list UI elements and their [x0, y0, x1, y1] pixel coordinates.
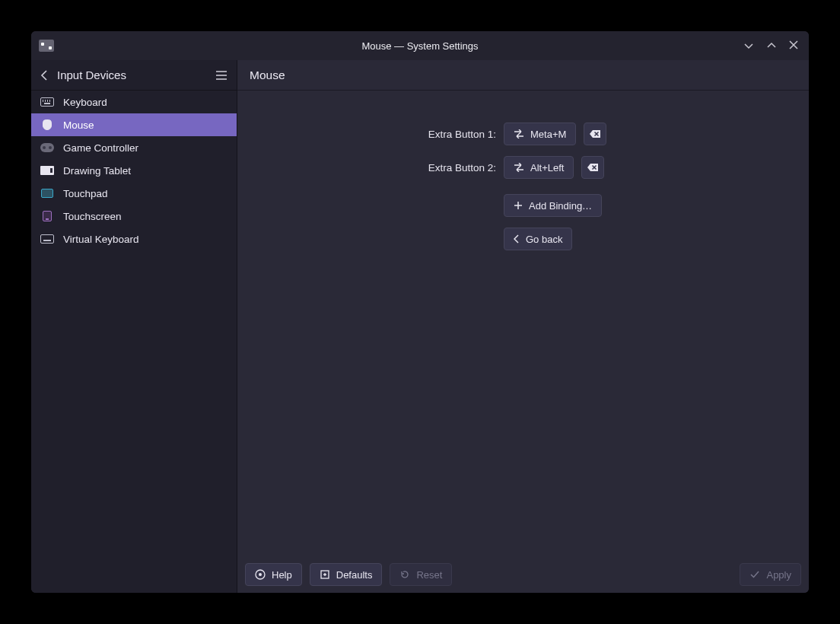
page-title: Mouse: [250, 68, 285, 82]
sidebar-item-label: Game Controller: [63, 142, 138, 154]
help-icon: [255, 569, 266, 580]
minimize-button[interactable]: [743, 40, 754, 51]
window-body: Input Devices Keyboard Mouse Game Contro…: [31, 60, 809, 593]
sidebar-item-label: Touchpad: [63, 188, 108, 199]
clear-icon: [587, 163, 599, 172]
defaults-icon: [320, 569, 330, 580]
sidebar-item-label: Drawing Tablet: [63, 165, 131, 177]
help-label: Help: [272, 569, 292, 581]
defaults-button[interactable]: Defaults: [310, 563, 383, 586]
hamburger-menu-button[interactable]: [215, 70, 228, 81]
sidebar-item-game-controller[interactable]: Game Controller: [31, 136, 237, 159]
game-controller-icon: [40, 142, 54, 153]
add-binding-row: Add Binding…: [504, 194, 809, 217]
app-icon: [39, 40, 54, 52]
svg-point-1: [259, 573, 262, 576]
reset-icon: [399, 569, 410, 580]
plus-icon: [514, 201, 523, 210]
sidebar-item-touchpad[interactable]: Touchpad: [31, 182, 237, 205]
sidebar-item-drawing-tablet[interactable]: Drawing Tablet: [31, 159, 237, 182]
sidebar-item-keyboard[interactable]: Keyboard: [31, 91, 237, 113]
sidebar-items: Keyboard Mouse Game Controller Drawing T…: [31, 91, 237, 250]
add-binding-button[interactable]: Add Binding…: [504, 194, 602, 217]
chevron-left-icon: [514, 234, 520, 244]
add-binding-label: Add Binding…: [529, 200, 592, 212]
sidebar-item-virtual-keyboard[interactable]: Virtual Keyboard: [31, 228, 237, 250]
help-button[interactable]: Help: [245, 563, 302, 586]
clear-icon: [589, 129, 601, 138]
binding-row-2: Extra Button 2: Alt+Left: [237, 156, 809, 179]
binding-2-shortcut-button[interactable]: Alt+Left: [504, 156, 574, 179]
mouse-icon: [40, 119, 54, 130]
sidebar-item-touchscreen[interactable]: Touchscreen: [31, 205, 237, 228]
window-controls: [743, 40, 809, 51]
keyboard-icon: [40, 97, 54, 107]
sidebar: Input Devices Keyboard Mouse Game Contro…: [31, 60, 237, 593]
virtual-keyboard-icon: [40, 234, 54, 244]
binding-1-label: Extra Button 1:: [237, 129, 496, 140]
window-title: Mouse — System Settings: [361, 40, 478, 52]
go-back-label: Go back: [526, 234, 562, 245]
reset-label: Reset: [416, 569, 442, 581]
sidebar-item-label: Keyboard: [63, 97, 107, 108]
maximize-button[interactable]: [766, 40, 777, 51]
sidebar-header: Input Devices: [31, 60, 237, 91]
binding-2-shortcut: Alt+Left: [530, 162, 564, 174]
binding-1-shortcut: Meta+M: [530, 129, 566, 140]
footer: Help Defaults Reset: [237, 556, 809, 593]
remap-icon: [514, 163, 524, 172]
reset-button[interactable]: Reset: [390, 563, 452, 586]
touchscreen-icon: [40, 211, 54, 221]
touchpad-icon: [40, 188, 54, 199]
binding-1-shortcut-button[interactable]: Meta+M: [504, 123, 576, 145]
defaults-label: Defaults: [336, 569, 373, 581]
binding-1-clear-button[interactable]: [584, 123, 606, 145]
main-panel: Mouse Extra Button 1: Meta+M: [237, 60, 809, 593]
sidebar-title: Input Devices: [57, 68, 126, 81]
apply-label: Apply: [766, 569, 791, 581]
sidebar-item-label: Mouse: [63, 119, 94, 131]
sidebar-item-mouse[interactable]: Mouse: [31, 113, 237, 136]
main-header: Mouse: [237, 60, 809, 91]
titlebar: Mouse — System Settings: [31, 31, 809, 60]
main-content: Extra Button 1: Meta+M Extra Butt: [237, 91, 809, 556]
binding-row-1: Extra Button 1: Meta+M: [237, 123, 809, 145]
binding-2-label: Extra Button 2:: [237, 162, 496, 174]
remap-icon: [514, 129, 524, 138]
go-back-row: Go back: [504, 228, 809, 250]
apply-button[interactable]: Apply: [740, 563, 801, 586]
app-window: Mouse — System Settings Input Devices: [31, 31, 809, 593]
drawing-tablet-icon: [40, 165, 54, 176]
sidebar-item-label: Touchscreen: [63, 211, 122, 222]
go-back-button[interactable]: Go back: [504, 228, 572, 250]
back-button[interactable]: [40, 69, 48, 81]
close-button[interactable]: [789, 40, 798, 51]
check-icon: [749, 570, 760, 579]
sidebar-item-label: Virtual Keyboard: [63, 234, 139, 245]
binding-2-clear-button[interactable]: [581, 156, 604, 179]
